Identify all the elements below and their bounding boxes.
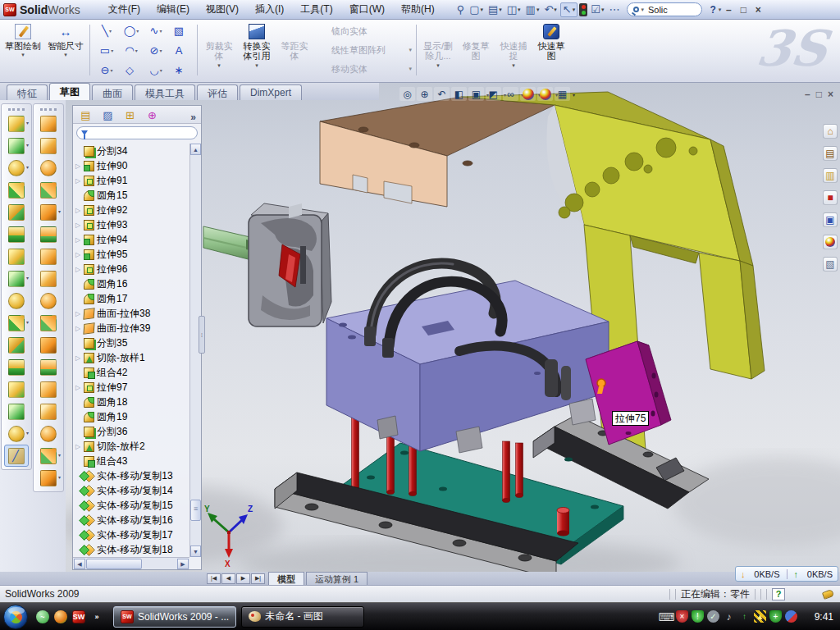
search-input[interactable]: ▾ Solic (627, 2, 702, 16)
offset-surface-icon[interactable]: ▾ (36, 245, 61, 267)
design-library-icon[interactable]: ▤ (823, 146, 838, 161)
document-tab[interactable]: 模型 (268, 572, 304, 585)
feature-tree-item[interactable]: ▷ 实体-移动/复制16 (73, 513, 189, 527)
tab-nav-button[interactable]: ▶| (251, 573, 265, 584)
previous-view-icon[interactable]: ↶▾ (434, 87, 450, 101)
feature-tree-item[interactable]: ▷ 圆角19 (73, 409, 189, 424)
feature-tree-item[interactable]: ▷ 拉伸92 (73, 203, 189, 217)
expander-icon[interactable]: ▷ (75, 384, 83, 391)
command-tab[interactable]: 模具工具 (135, 84, 195, 100)
defense-shield-icon[interactable]: + (769, 610, 782, 623)
ruled-surface-icon[interactable]: ▾ (36, 267, 61, 290)
sketch-fillet-icon[interactable]: ◡▾ (144, 60, 168, 80)
chamfer-icon[interactable]: ▾ (4, 290, 29, 312)
menu-item[interactable]: 帮助(H) (393, 0, 443, 19)
tab-nav-button[interactable]: ◀ (221, 573, 235, 584)
select-cursor-icon[interactable]: ↖▾ (560, 2, 578, 17)
deform-icon[interactable]: ▾ (36, 135, 61, 157)
spline-icon[interactable]: ∿▾ (144, 21, 168, 40)
shut-off-surfaces-icon[interactable]: ▾ (36, 422, 61, 445)
feature-tree-item[interactable]: ▷ 拉伸93 (73, 217, 189, 232)
freeform-icon[interactable]: ▾ (36, 201, 61, 223)
featuremanager-tab-icon[interactable]: ▤ (75, 107, 97, 123)
apply-scene-icon[interactable]: ▾ (537, 87, 553, 101)
feature-tree-item[interactable]: ▷ 组合42 (73, 365, 189, 380)
feature-tree-item[interactable]: ▷ 组合43 (73, 454, 189, 468)
expander-icon[interactable]: ▷ (75, 236, 83, 244)
options-icon[interactable]: ☑▾ (589, 3, 605, 16)
quick-tips-button[interactable]: ? (772, 588, 785, 600)
combine-bodies-icon[interactable]: ▾ (4, 422, 29, 445)
document-tab[interactable]: 运动算例 1 (306, 572, 368, 585)
feature-tree-item[interactable]: ▷ 拉伸97 (73, 380, 189, 395)
new-document-icon[interactable]: ▢▾ (468, 3, 485, 16)
feature-tree-item[interactable]: ▷ 圆角16 (73, 276, 189, 291)
feature-tree-item[interactable]: ▷ 拉伸95 (73, 247, 189, 262)
scroll-left-button[interactable]: ◀ (74, 559, 85, 569)
propertymanager-tab-icon[interactable]: ▨ (97, 107, 119, 123)
move-entities-button[interactable]: 移动实体▾ (315, 60, 412, 79)
addins-icon[interactable]: ▣ (823, 212, 838, 227)
menu-item[interactable]: 视图(V) (198, 0, 247, 19)
antivirus-shield-icon[interactable]: ! (692, 610, 704, 623)
configurationmanager-tab-icon[interactable]: ⊞ (119, 107, 141, 123)
rectangle-icon[interactable]: ▭▾ (94, 40, 119, 60)
expander-icon[interactable]: ▷ (75, 325, 83, 332)
warning-icon[interactable]: ▲ (754, 610, 766, 623)
hole-wizard-icon[interactable]: ▾ (4, 245, 29, 267)
feature-tree-item[interactable]: ▷ 实体-移动/复制14 (73, 483, 189, 498)
convert-entities-button[interactable]: 转换实 体引用▾ (238, 21, 276, 79)
draft-analysis-icon[interactable]: ▾ (36, 378, 61, 400)
split-line-icon[interactable]: ▾ (36, 356, 61, 378)
hide-show-items-icon[interactable]: ∞▾ (503, 87, 518, 101)
revolved-cut-icon[interactable]: ▾ (4, 223, 29, 245)
rib-icon[interactable]: ▾ (4, 356, 29, 378)
repair-sketch-button[interactable]: 修复草 图▾ (457, 21, 495, 79)
sketch-button[interactable]: 草图绘制▾ (2, 21, 44, 79)
panel-splitter-handle[interactable]: ⁞ (199, 316, 205, 354)
taskbar-clock[interactable]: 9:41 (807, 611, 833, 623)
quick-fetion-icon[interactable]: ~ (36, 610, 49, 623)
slide-clamp-part[interactable] (249, 203, 331, 326)
scroll-up-button[interactable]: ▲ (190, 144, 201, 155)
top-clamp-plate-part[interactable] (320, 97, 555, 207)
extruded-cut-icon[interactable]: ▾ (4, 201, 29, 223)
start-button[interactable] (3, 605, 28, 629)
arc-icon[interactable]: ◠▾ (119, 40, 144, 60)
swept-boss-icon[interactable]: ▾ (4, 157, 29, 179)
lofted-boss-icon[interactable]: ▾ (4, 179, 29, 201)
smart-dimension-button[interactable]: 智能尺寸▾ (44, 21, 87, 79)
tree-horizontal-scrollbar[interactable]: ◀ ▶ (73, 557, 189, 569)
section-view-icon[interactable]: ◧▾ (451, 87, 467, 101)
tag-icon[interactable] (822, 589, 834, 600)
feature-tree-item[interactable]: ▷ 实体-移动/复制15 (73, 498, 189, 513)
zoom-fit-icon[interactable]: ◎▾ (399, 87, 415, 101)
command-tab[interactable]: DimXpert (240, 84, 302, 100)
feature-tree-item[interactable]: ▷ 拉伸96 (73, 262, 189, 276)
panel-expand-chevron[interactable]: » (185, 112, 201, 123)
feature-tree-item[interactable]: ▷ 分割34 (73, 144, 189, 158)
overflow-icon[interactable]: ⋯▾ (607, 3, 621, 16)
tab-nav-button[interactable]: |◀ (207, 573, 221, 584)
text-icon[interactable]: A▾ (168, 40, 193, 60)
command-tab[interactable]: 草图 (49, 83, 90, 100)
instant3d-icon[interactable]: ▾ (4, 445, 29, 467)
flex-icon[interactable]: ▾ (36, 112, 61, 135)
network-upload-icon[interactable]: ↑ (738, 610, 751, 623)
offset-entities-button[interactable]: 等距实 体▾ (276, 21, 313, 79)
scroll-down-button[interactable]: ▼ (190, 546, 201, 557)
fillet-icon[interactable]: ▾ (4, 267, 29, 290)
planar-surface-icon[interactable]: ▾ (36, 223, 61, 245)
slot-icon[interactable]: ⊖▾ (94, 60, 119, 80)
scroll-thumb[interactable] (190, 500, 201, 521)
expander-icon[interactable]: ▷ (75, 207, 83, 214)
feature-tree-item[interactable]: ▷ 切除-放样1 (73, 350, 189, 365)
quick-expand-chevron-icon[interactable]: » (90, 610, 103, 623)
ellipse-icon[interactable]: ⊘▾ (144, 40, 168, 60)
menu-item[interactable]: 文件(F) (100, 0, 148, 19)
doc-close-button[interactable]: × (828, 89, 833, 99)
undo-icon[interactable]: ↶▾ (542, 3, 558, 16)
shell-icon[interactable]: ▾ (4, 400, 29, 422)
expander-icon[interactable]: ▷ (75, 251, 83, 258)
mirror-feature-icon[interactable]: ▾ (4, 334, 29, 356)
